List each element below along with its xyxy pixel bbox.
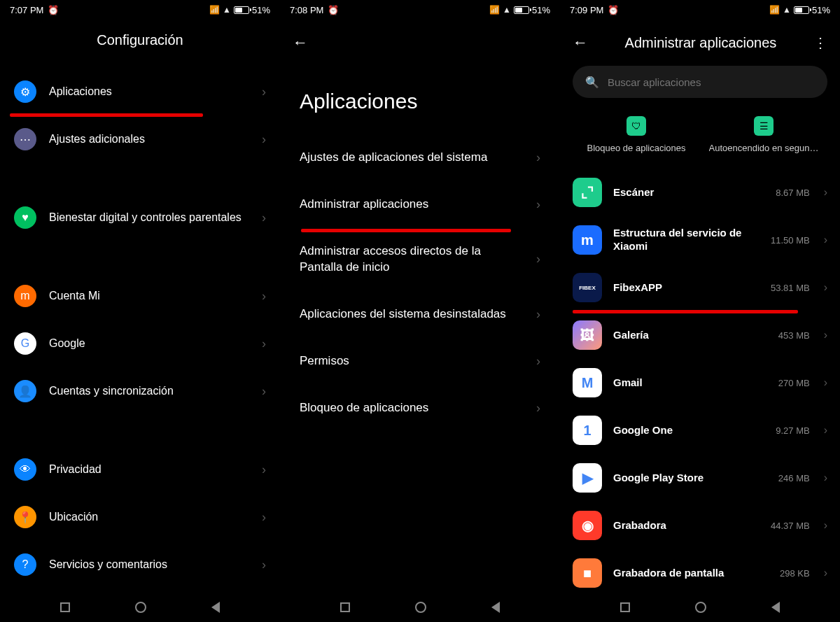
apps-panel: 7:08 PM ⏰ 📶 ▲ 51% ← Aplicaciones Ajustes… (280, 0, 560, 622)
back-button[interactable]: ← (573, 34, 588, 52)
chevron-right-icon: › (262, 558, 266, 572)
quick-action-label: Bloqueo de aplicaciones (587, 143, 686, 153)
chevron-right-icon: › (536, 354, 540, 369)
status-time: 7:08 PM (290, 5, 323, 15)
app-row-7[interactable]: ◉Grabadora44.37 MB› (560, 502, 840, 549)
chevron-right-icon: › (262, 510, 266, 525)
apps-menu-item-3[interactable]: Aplicaciones del sistema desinstaladas› (280, 291, 560, 338)
g3-1-icon: G (14, 332, 36, 355)
chevron-right-icon: › (824, 234, 827, 246)
chevron-right-icon: › (536, 401, 540, 416)
menu-item-label: Permisos (300, 353, 524, 369)
search-input[interactable] (608, 76, 815, 88)
nav-bar (280, 593, 560, 622)
settings-item-g4-0[interactable]: 👁Privacidad› (0, 446, 280, 493)
apps-menu-item-5[interactable]: Bloqueo de aplicaciones› (280, 385, 560, 432)
status-bar: 7:07 PM ⏰ 📶 ▲ 51% (0, 0, 280, 20)
app-name-label: FibexAPP (613, 281, 760, 295)
app-size-label: 53.81 MB (771, 283, 810, 293)
g4-2-icon: ? (14, 553, 36, 576)
settings-item-g1-0[interactable]: ⚙Aplicaciones› (0, 68, 280, 115)
battery-icon (514, 6, 529, 14)
app-size-label: 9.27 MB (776, 425, 809, 436)
chevron-right-icon: › (262, 132, 266, 147)
g1-0-icon: ⚙ (14, 80, 36, 103)
chevron-right-icon: › (824, 329, 827, 341)
quick-action-1[interactable]: ☰Autoencendido en segun… (703, 116, 825, 153)
g4-1-icon: 📍 (14, 506, 36, 528)
app-row-0[interactable]: ⌞⌝Escáner8.67 MB› (560, 169, 840, 216)
nav-recents[interactable] (340, 602, 350, 612)
settings-item-g3-2[interactable]: 👤Cuentas y sincronización› (0, 367, 280, 415)
chevron-right-icon: › (536, 197, 540, 212)
app-row-2[interactable]: FIBEXFibexAPP53.81 MB› (560, 264, 840, 311)
settings-item-g4-2[interactable]: ?Servicios y comentarios› (0, 541, 280, 588)
status-bar: 7:09 PM ⏰ 📶 ▲ 51% (560, 0, 840, 20)
settings-item-g2-0[interactable]: ♥Bienestar digital y controles parentale… (0, 194, 280, 241)
nav-back[interactable] (211, 602, 220, 613)
chevron-right-icon: › (824, 281, 827, 294)
settings-item-g4-1[interactable]: 📍Ubicación› (0, 493, 280, 541)
app-name-label: Google Play Store (613, 472, 767, 485)
app-icon: ◉ (573, 511, 602, 540)
quick-action-0[interactable]: 🛡Bloqueo de aplicaciones (575, 116, 698, 153)
app-row-5[interactable]: 1Google One9.27 MB› (560, 407, 840, 454)
chevron-right-icon: › (824, 424, 827, 437)
menu-item-label: Administrar accesos directos de la Panta… (300, 243, 524, 276)
chevron-right-icon: › (262, 462, 266, 477)
quick-action-icon: ☰ (754, 116, 774, 136)
settings-item-label: Aplicaciones (49, 84, 249, 99)
chevron-right-icon: › (536, 252, 540, 267)
chevron-right-icon: › (536, 150, 540, 165)
app-size-label: 8.67 MB (776, 188, 809, 198)
apps-menu-item-0[interactable]: Ajustes de aplicaciones del sistema› (280, 134, 560, 181)
back-button[interactable]: ← (293, 34, 308, 52)
alarm-icon: ⏰ (48, 5, 59, 15)
app-row-3[interactable]: 🖼Galería453 MB› (560, 311, 840, 359)
settings-item-label: Cuentas y sincronización (49, 383, 249, 399)
settings-item-label: Ajustes adicionales (49, 132, 249, 147)
status-bar: 7:08 PM ⏰ 📶 ▲ 51% (280, 0, 560, 20)
apps-menu-item-4[interactable]: Permisos› (280, 338, 560, 385)
nav-back[interactable] (771, 602, 780, 613)
page-title: Configuración (14, 32, 266, 48)
app-size-label: 453 MB (778, 330, 810, 341)
nav-back[interactable] (491, 602, 500, 613)
quick-action-label: Autoencendido en segun… (709, 143, 819, 153)
more-menu-icon[interactable]: ⋮ (813, 34, 827, 51)
alarm-icon: ⏰ (328, 5, 339, 15)
settings-item-label: Cuenta Mi (49, 288, 249, 304)
page-header: ← Administrar aplicaciones ⋮ (560, 20, 840, 62)
apps-menu-list: Ajustes de aplicaciones del sistema›Admi… (280, 134, 560, 593)
battery-pct: 51% (812, 5, 830, 15)
nav-home[interactable] (135, 602, 146, 613)
app-row-6[interactable]: ▶Google Play Store246 MB› (560, 454, 840, 502)
chevron-right-icon: › (824, 472, 827, 484)
app-icon: ▶ (573, 463, 602, 493)
nav-home[interactable] (415, 602, 426, 613)
app-row-1[interactable]: mEstructura del servicio de Xiaomi11.50 … (560, 216, 840, 264)
app-size-label: 270 MB (778, 378, 810, 388)
menu-item-label: Bloqueo de aplicaciones (300, 400, 524, 416)
quick-actions: 🛡Bloqueo de aplicaciones☰Autoencendido e… (560, 111, 840, 169)
settings-panel: 7:07 PM ⏰ 📶 ▲ 51% Configuración ⚙Aplicac… (0, 0, 280, 622)
app-name-label: Escáner (613, 186, 764, 199)
app-row-4[interactable]: MGmail270 MB› (560, 359, 840, 407)
nav-bar (0, 593, 280, 622)
settings-item-g3-1[interactable]: GGoogle› (0, 320, 280, 367)
chevron-right-icon: › (262, 85, 266, 99)
nav-recents[interactable] (620, 602, 630, 612)
settings-item-g1-1[interactable]: ⋯Ajustes adicionales› (0, 115, 280, 163)
apps-menu-item-2[interactable]: Administrar accesos directos de la Panta… (280, 228, 560, 291)
search-bar[interactable]: 🔍 (573, 66, 827, 98)
wifi-icon: ▲ (503, 5, 511, 15)
nav-home[interactable] (695, 602, 706, 613)
settings-item-g3-0[interactable]: mCuenta Mi› (0, 272, 280, 320)
g3-2-icon: 👤 (14, 380, 36, 402)
apps-menu-item-1[interactable]: Administrar aplicaciones› (280, 181, 560, 228)
app-row-8[interactable]: ■Grabadora de pantalla298 KB› (560, 549, 840, 593)
wifi-icon: ▲ (223, 5, 231, 15)
chevron-right-icon: › (824, 567, 827, 579)
status-time: 7:07 PM (10, 5, 43, 15)
nav-recents[interactable] (60, 602, 70, 612)
